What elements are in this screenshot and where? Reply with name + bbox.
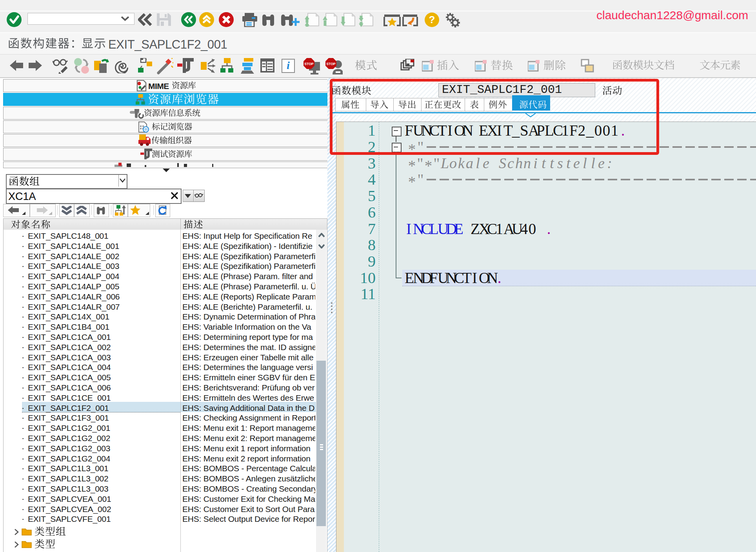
svg-text:STOP: STOP (304, 62, 314, 66)
svg-text:?: ? (429, 14, 435, 25)
svg-text:STOP: STOP (326, 62, 336, 66)
